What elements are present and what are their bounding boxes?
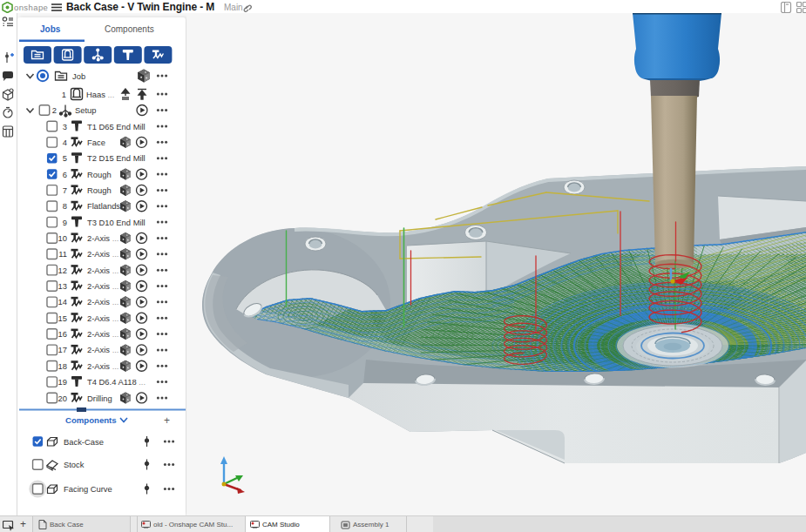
svg-text:2-Axis ...: 2-Axis ...: [87, 233, 119, 243]
svg-text:Rough: Rough: [87, 170, 112, 179]
svg-text:14: 14: [58, 297, 67, 306]
svg-text:19: 19: [58, 377, 67, 387]
svg-text:Back-Case: Back-Case: [64, 437, 104, 447]
svg-text:17: 17: [58, 345, 67, 354]
svg-text:12: 12: [58, 266, 67, 275]
svg-text:2-Axis ...: 2-Axis ...: [87, 266, 119, 275]
svg-text:Facing Curve: Facing Curve: [64, 484, 112, 494]
svg-text:9: 9: [63, 218, 67, 227]
svg-text:Jobs: Jobs: [40, 24, 61, 34]
svg-text:T2 D15 End Mill: T2 D15 End Mill: [87, 153, 146, 163]
svg-text:2-Axis ...: 2-Axis ...: [87, 329, 119, 339]
svg-text:Components: Components: [105, 24, 154, 34]
svg-text:8: 8: [63, 201, 67, 211]
svg-text:Haas ...: Haas ...: [86, 90, 114, 99]
svg-text:2: 2: [52, 105, 57, 115]
svg-text:Rough: Rough: [87, 185, 112, 195]
svg-text:18: 18: [58, 361, 67, 371]
svg-text:T3 D10 End Mill: T3 D10 End Mill: [87, 218, 146, 227]
svg-text:Face: Face: [87, 138, 105, 147]
svg-text:15: 15: [58, 313, 67, 323]
svg-text:3: 3: [63, 122, 67, 131]
svg-text:10: 10: [58, 233, 67, 243]
svg-text:7: 7: [63, 185, 67, 195]
svg-text:2-Axis ...: 2-Axis ...: [87, 361, 119, 371]
svg-text:6: 6: [63, 170, 67, 179]
svg-text:1: 1: [62, 90, 66, 99]
svg-text:2-Axis ...: 2-Axis ...: [87, 313, 119, 323]
svg-text:Flatlands: Flatlands: [87, 201, 120, 211]
svg-text:Job: Job: [72, 71, 85, 81]
svg-text:2-Axis ...: 2-Axis ...: [87, 281, 119, 291]
svg-text:2-Axis ...: 2-Axis ...: [87, 249, 119, 259]
svg-text:20: 20: [58, 394, 67, 403]
svg-text:Drilling: Drilling: [87, 394, 112, 403]
svg-text:16: 16: [58, 329, 67, 339]
svg-text:Setup: Setup: [75, 105, 97, 115]
svg-text:Stock: Stock: [64, 460, 85, 469]
svg-text:4: 4: [63, 138, 67, 147]
svg-text:T1 D65 End Mill: T1 D65 End Mill: [87, 122, 146, 131]
svg-text:5: 5: [63, 153, 67, 163]
svg-text:2-Axis ...: 2-Axis ...: [87, 297, 119, 306]
svg-text:T4 D6.4 A118 ...: T4 D6.4 A118 ...: [87, 377, 146, 387]
svg-text:Components: Components: [65, 415, 117, 425]
svg-text:+: +: [164, 414, 170, 427]
svg-text:11: 11: [58, 249, 67, 259]
svg-text:13: 13: [58, 281, 67, 291]
svg-text:2-Axis ...: 2-Axis ...: [87, 345, 119, 354]
